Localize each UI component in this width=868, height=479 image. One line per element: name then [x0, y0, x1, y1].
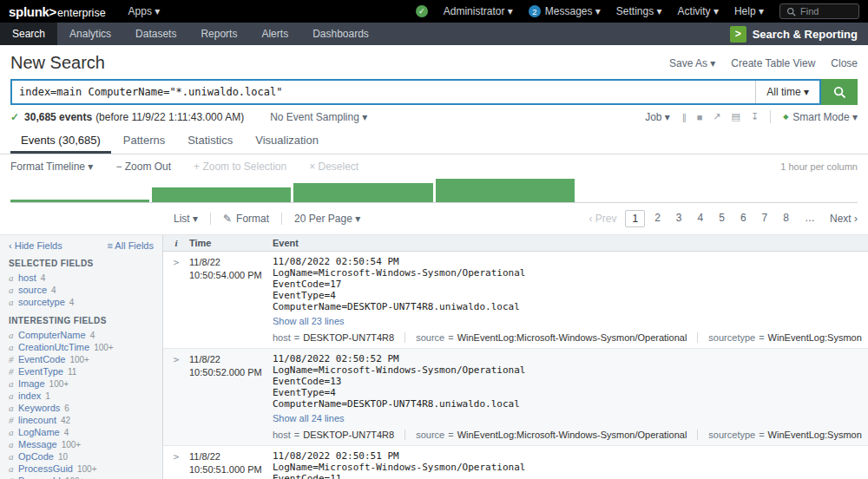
print-icon[interactable]: ▤ — [732, 111, 740, 122]
page-number-button[interactable]: 8 — [777, 210, 795, 227]
search-button[interactable] — [821, 79, 858, 105]
find-input[interactable] — [800, 6, 852, 16]
event-raw-line[interactable]: LogName=Microsoft-Windows-Sysmon/Operati… — [273, 364, 859, 376]
event-field-key[interactable]: sourcetype — [708, 430, 755, 440]
event-field-key[interactable]: source — [416, 332, 444, 343]
apps-menu[interactable]: Apps ▾ — [128, 5, 161, 17]
event-raw-line[interactable]: LogName=Microsoft-Windows-Sysmon/Operati… — [273, 267, 859, 279]
field-item[interactable]: a LogName 4 — [9, 426, 154, 438]
export-icon[interactable]: ↧ — [751, 111, 758, 122]
field-item[interactable]: a index 1 — [9, 390, 154, 402]
event-raw-line[interactable]: 11/08/2022 02:50:52 PM — [273, 353, 859, 364]
page-number-button[interactable]: … — [799, 210, 821, 227]
messages-menu[interactable]: 2 Messages ▾ — [529, 5, 601, 17]
timeline-bar[interactable] — [436, 179, 575, 202]
timeline-bar[interactable] — [293, 183, 432, 202]
event-field-key[interactable]: host — [273, 430, 291, 440]
event-field-value[interactable]: DESKTOP-UN7T4R8 — [303, 332, 394, 343]
events-count[interactable]: 30,685 events — [24, 111, 92, 123]
field-item[interactable]: a Message 100+ — [9, 438, 154, 450]
event-field-value[interactable]: WinEventLog:Microsoft-Windows-Sysmon/Ope… — [457, 332, 687, 343]
event-field-value[interactable]: WinEventLog:Microsoft-Windows-Sysmon/Ope… — [457, 430, 687, 440]
event-raw-line[interactable]: LogName=Microsoft-Windows-Sysmon/Operati… — [273, 462, 859, 473]
field-item[interactable]: # ProcessId 100+ — [9, 475, 154, 479]
event-field-key[interactable]: source — [416, 430, 444, 440]
show-all-lines-link[interactable]: Show all 24 lines — [273, 413, 345, 423]
header-action-link[interactable]: Create Table View — [731, 57, 815, 69]
event-raw-line[interactable]: ComputerName=DESKTOP-UN7T4R8.uniwaldo.lo… — [273, 301, 859, 312]
app-nav-tab[interactable]: Alerts — [249, 23, 300, 45]
app-nav-tab[interactable]: Dashboards — [300, 23, 381, 45]
expand-chevron-icon[interactable]: > — [163, 353, 189, 440]
per-page-menu[interactable]: 20 Per Page ▾ — [294, 213, 360, 225]
page-number-button[interactable]: 5 — [713, 210, 731, 227]
result-tab[interactable]: Patterns — [113, 128, 175, 154]
field-item[interactable]: # EventCode 100+ — [9, 353, 154, 365]
search-mode-menu[interactable]: ◆ Smart Mode ▾ — [783, 111, 858, 123]
header-action-link[interactable]: Save As ▾ — [669, 57, 715, 69]
time-range-picker[interactable]: All time ▾ — [755, 81, 819, 103]
show-all-lines-link[interactable]: Show all 23 lines — [273, 316, 345, 326]
page-number-button[interactable]: 4 — [692, 210, 710, 227]
page-number-button[interactable]: 1 — [625, 210, 645, 227]
event-raw-line[interactable]: EventCode=11 — [273, 473, 859, 479]
event-raw-line[interactable]: 11/08/2022 02:50:54 PM — [273, 256, 859, 267]
field-item[interactable]: a ComputerName 4 — [9, 329, 154, 341]
result-tab[interactable]: Statistics — [177, 128, 243, 154]
field-item[interactable]: a CreationUtcTime 100+ — [9, 341, 154, 353]
stop-icon[interactable]: ■ — [697, 112, 702, 122]
field-item[interactable]: a host 4 — [9, 272, 154, 284]
event-field-key[interactable]: host — [273, 332, 291, 343]
expand-chevron-icon[interactable]: > — [163, 450, 189, 479]
page-number-button[interactable]: 6 — [734, 210, 753, 227]
pause-icon[interactable]: || — [682, 112, 686, 122]
format-menu[interactable]: ✎ Format — [223, 213, 269, 225]
share-icon[interactable]: ↗ — [713, 111, 720, 122]
help-menu[interactable]: Help ▾ — [734, 5, 764, 17]
field-item[interactable]: a sourcetype 4 — [9, 296, 154, 308]
app-nav-tab[interactable]: Analytics — [57, 23, 123, 45]
event-field-value[interactable]: WinEventLog:Sysmon — [768, 332, 862, 343]
settings-menu[interactable]: Settings ▾ — [616, 5, 662, 17]
event-sampling-menu[interactable]: No Event Sampling ▾ — [270, 111, 367, 123]
result-tab[interactable]: Visualization — [245, 128, 329, 154]
find-search-box[interactable] — [779, 3, 859, 19]
field-item[interactable]: a ProcessGuid 100+ — [9, 463, 154, 475]
zoom-out-button[interactable]: − Zoom Out — [115, 161, 171, 173]
list-view-menu[interactable]: List ▾ — [174, 213, 198, 225]
event-field-key[interactable]: sourcetype — [708, 332, 755, 343]
next-page-button[interactable]: Next › — [830, 213, 858, 225]
splunk-logo[interactable]: splunk>enterprise — [9, 4, 106, 19]
event-raw-line[interactable]: EventCode=17 — [273, 279, 859, 290]
event-raw-line[interactable]: ComputerName=DESKTOP-UN7T4R8.uniwaldo.lo… — [273, 398, 859, 410]
activity-menu[interactable]: Activity ▾ — [678, 5, 719, 17]
field-item[interactable]: # EventType 11 — [9, 365, 154, 377]
page-number-button[interactable]: 7 — [756, 210, 774, 227]
app-nav-tab[interactable]: Datasets — [123, 23, 188, 45]
expand-chevron-icon[interactable]: > — [163, 256, 189, 343]
current-app[interactable]: > Search & Reporting — [730, 23, 868, 45]
header-action-link[interactable]: Close — [831, 57, 858, 69]
app-nav-tab[interactable]: Reports — [188, 23, 249, 45]
job-menu[interactable]: Job ▾ — [645, 111, 670, 123]
timeline-bar[interactable] — [10, 200, 149, 202]
result-tab[interactable]: Events (30,685) — [10, 128, 111, 154]
search-query-input[interactable] — [12, 81, 755, 103]
field-item[interactable]: a source 4 — [9, 284, 154, 296]
page-number-button[interactable]: 2 — [648, 210, 667, 227]
event-raw-line[interactable]: EventType=4 — [273, 387, 859, 398]
timeline-bar[interactable] — [152, 187, 291, 202]
field-item[interactable]: a Keywords 6 — [9, 402, 154, 414]
event-field-value[interactable]: WinEventLog:Sysmon — [768, 430, 862, 440]
format-timeline-menu[interactable]: Format Timeline ▾ — [10, 161, 93, 173]
hide-fields-link[interactable]: ‹ Hide Fields — [9, 240, 62, 251]
administrator-menu[interactable]: Administrator ▾ — [444, 5, 513, 17]
field-item[interactable]: # linecount 42 — [9, 414, 154, 426]
field-item[interactable]: a Image 100+ — [9, 377, 154, 390]
event-raw-line[interactable]: 11/08/2022 02:50:51 PM — [273, 450, 859, 462]
event-raw-line[interactable]: EventType=4 — [273, 290, 859, 301]
health-check-icon[interactable]: ✓ — [416, 5, 428, 17]
event-field-value[interactable]: DESKTOP-UN7T4R8 — [303, 430, 394, 440]
page-number-button[interactable]: 3 — [670, 210, 688, 227]
app-nav-tab[interactable]: Search — [0, 23, 57, 45]
